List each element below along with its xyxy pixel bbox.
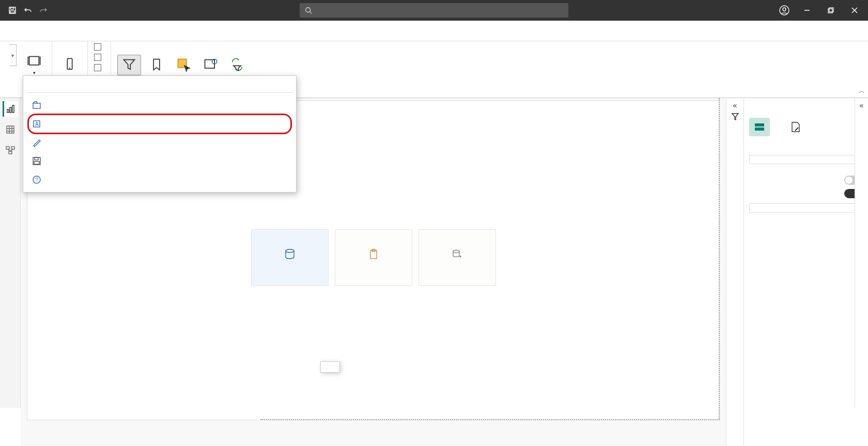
title-bar bbox=[0, 0, 868, 21]
clipboard-icon bbox=[367, 248, 380, 261]
svg-rect-29 bbox=[6, 147, 9, 149]
gallery-icon: A bbox=[32, 119, 42, 129]
svg-line-32 bbox=[8, 149, 10, 151]
svg-rect-40 bbox=[755, 123, 764, 126]
minimize-button[interactable] bbox=[797, 0, 817, 21]
browse-themes-item[interactable] bbox=[28, 96, 291, 115]
table-view-button[interactable] bbox=[3, 122, 18, 137]
svg-rect-9 bbox=[829, 8, 833, 12]
svg-rect-2 bbox=[10, 11, 14, 13]
save-icon[interactable] bbox=[5, 3, 20, 18]
build-visual-mode-button[interactable] bbox=[749, 118, 770, 136]
expand-filters-icon[interactable]: « bbox=[733, 101, 737, 109]
selection-icon bbox=[176, 57, 191, 72]
svg-line-33 bbox=[10, 149, 13, 151]
svg-rect-21 bbox=[7, 109, 9, 113]
selection-pane-button[interactable] bbox=[172, 55, 195, 75]
svg-rect-42 bbox=[33, 103, 40, 108]
funnel-icon bbox=[122, 57, 136, 72]
svg-point-37 bbox=[453, 250, 459, 253]
gridlines-checkbox[interactable] bbox=[94, 43, 104, 51]
values-field-well[interactable] bbox=[749, 155, 863, 164]
paste-data-card[interactable] bbox=[335, 229, 412, 286]
svg-rect-30 bbox=[11, 147, 14, 149]
svg-point-6 bbox=[783, 8, 786, 11]
ribbon-tabs bbox=[0, 21, 868, 41]
sql-server-card[interactable] bbox=[251, 229, 329, 286]
lock-objects-checkbox[interactable] bbox=[94, 64, 104, 71]
report-view-button[interactable] bbox=[3, 101, 18, 117]
svg-point-3 bbox=[306, 8, 311, 12]
page-view-icon bbox=[27, 55, 41, 69]
customize-theme-item[interactable] bbox=[28, 133, 291, 152]
svg-text:A: A bbox=[35, 121, 39, 127]
redo-icon[interactable] bbox=[36, 3, 51, 18]
expand-data-icon[interactable]: « bbox=[860, 101, 864, 109]
save-icon bbox=[32, 156, 42, 166]
sync-slicers-button[interactable] bbox=[226, 55, 249, 75]
how-to-theme-item[interactable]: ? bbox=[28, 170, 291, 189]
performance-analyzer-button[interactable] bbox=[199, 55, 222, 75]
svg-rect-22 bbox=[10, 107, 11, 113]
bookmarks-pane-button[interactable] bbox=[145, 55, 168, 75]
mobile-icon bbox=[63, 57, 77, 72]
search-icon bbox=[305, 7, 312, 14]
svg-rect-47 bbox=[34, 162, 39, 164]
performance-icon bbox=[203, 57, 218, 72]
svg-rect-24 bbox=[7, 126, 14, 133]
folder-icon bbox=[32, 100, 42, 110]
format-visual-mode-button[interactable] bbox=[785, 118, 806, 136]
svg-rect-23 bbox=[12, 105, 14, 113]
close-button[interactable] bbox=[844, 0, 865, 21]
page-view-button[interactable]: ▾ bbox=[23, 53, 45, 77]
svg-rect-12 bbox=[29, 56, 39, 65]
theme-gallery-item[interactable]: A bbox=[28, 115, 291, 133]
left-nav-rail bbox=[0, 98, 21, 408]
mobile-layout-button[interactable] bbox=[58, 55, 81, 75]
database-icon bbox=[284, 248, 296, 261]
svg-rect-46 bbox=[35, 157, 38, 160]
svg-rect-1 bbox=[11, 7, 14, 9]
model-view-button[interactable] bbox=[3, 142, 18, 158]
bookmark-icon bbox=[149, 57, 164, 72]
svg-rect-8 bbox=[828, 9, 832, 13]
svg-rect-41 bbox=[755, 128, 764, 131]
collapse-ribbon-icon[interactable]: ︿ bbox=[859, 87, 865, 95]
save-theme-item[interactable] bbox=[28, 152, 291, 170]
tooltip bbox=[320, 361, 340, 373]
svg-line-4 bbox=[310, 12, 312, 14]
help-icon: ? bbox=[32, 174, 42, 185]
search-box[interactable] bbox=[300, 3, 568, 18]
data-pane-collapsed: « bbox=[855, 98, 868, 408]
undo-icon[interactable] bbox=[21, 3, 35, 18]
filters-pane-collapsed: « bbox=[726, 98, 743, 446]
svg-text:?: ? bbox=[36, 177, 39, 183]
maximize-button[interactable] bbox=[820, 0, 841, 21]
svg-rect-31 bbox=[9, 151, 12, 154]
drillthrough-field-well[interactable] bbox=[749, 203, 863, 213]
theme-dropdown-panel: A ? bbox=[23, 75, 297, 193]
sync-slicers-icon bbox=[230, 57, 244, 72]
sample-data-icon bbox=[451, 248, 463, 261]
user-circle-icon bbox=[779, 5, 789, 15]
theme-dropdown-chevron-icon[interactable]: ▾ bbox=[9, 44, 17, 66]
signin-button[interactable] bbox=[772, 4, 794, 17]
svg-point-34 bbox=[286, 249, 294, 252]
visualizations-pane: » bbox=[743, 98, 868, 446]
filters-pane-button[interactable] bbox=[117, 55, 141, 75]
sample-dataset-card[interactable] bbox=[419, 229, 496, 286]
brush-icon bbox=[32, 137, 42, 148]
funnel-icon bbox=[731, 113, 739, 121]
snap-to-grid-checkbox[interactable] bbox=[94, 54, 104, 61]
